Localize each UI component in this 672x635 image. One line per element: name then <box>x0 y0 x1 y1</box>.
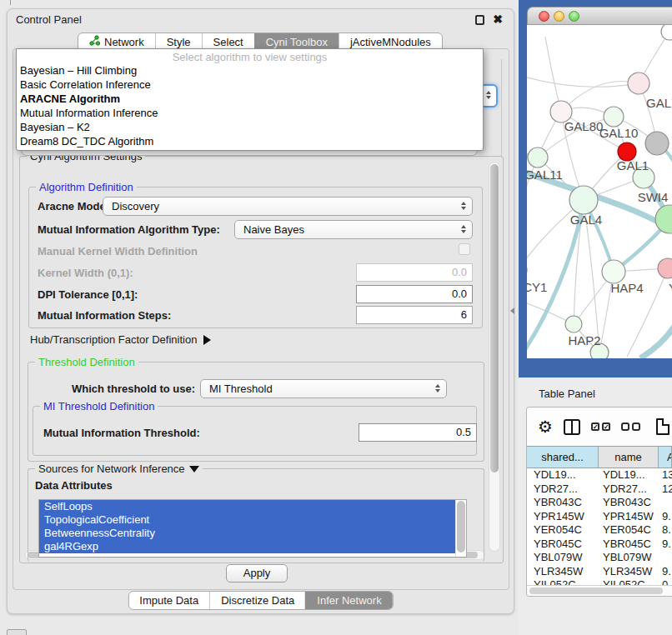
algorithm-dropdown-popup: Select algorithm to view settings Bayesi… <box>16 48 484 151</box>
network-node[interactable] <box>604 107 624 127</box>
network-view-window: GAL7GAL80GAL10GAL1GAL11SWI4GAL4GCY1HAP4Y… <box>527 7 672 371</box>
algorithm-popup-item[interactable]: Bayesian – K2 <box>17 120 483 134</box>
table-row[interactable]: YDR27...YDR27...12 <box>527 482 672 497</box>
network-node[interactable] <box>645 132 669 155</box>
network-node[interactable] <box>661 25 672 40</box>
column-header-name[interactable]: name <box>599 447 659 468</box>
network-node[interactable] <box>565 316 582 332</box>
table-header-row: shared... name A <box>527 446 672 468</box>
control-panel-window: Control Panel ✖ gal-filtered.sif default… <box>7 8 514 614</box>
select-all-columns-icon[interactable]: ✓✓ <box>591 422 610 431</box>
mi-threshold-label: Mutual Information Threshold: <box>43 427 200 439</box>
minimize-traffic-light[interactable] <box>554 11 564 22</box>
network-node-label: GAL10 <box>599 126 639 140</box>
data-attribute-item[interactable]: gal4RGexp <box>39 540 466 553</box>
table-row[interactable]: YBR045CYBR045C9. <box>527 538 672 552</box>
table-row[interactable]: YBR043CYBR043C <box>527 496 672 510</box>
cyni-algorithm-settings-group: Cyni Algorithm Settings Algorithm Defini… <box>19 156 504 563</box>
algorithm-popup-items: Bayesian – Hill ClimbingBasic Correlatio… <box>17 63 483 148</box>
mi-threshold-group-title: MI Threshold Definition <box>40 400 158 412</box>
algorithm-popup-placeholder: Select algorithm to view settings <box>17 49 483 63</box>
export-table-icon[interactable] <box>656 418 669 435</box>
splitpane-handle-icon[interactable] <box>510 308 514 314</box>
network-edge[interactable] <box>640 322 672 358</box>
cyni-bottom-tabbar: Impute Data Discretize Data Infer Networ… <box>128 591 393 610</box>
list-scrollbar[interactable] <box>455 500 466 557</box>
network-node[interactable] <box>569 186 598 214</box>
window-edge-tick <box>10 0 11 5</box>
manual-kernel-checkbox[interactable] <box>459 243 470 255</box>
kernel-width-label: Kernel Width (0,1): <box>38 267 133 279</box>
network-node[interactable] <box>655 205 672 233</box>
network-node-label: GAL4 <box>570 212 602 227</box>
network-node-label: GAL7 <box>646 96 672 110</box>
hidden-group-border <box>501 59 502 158</box>
network-node-label: HAP2 <box>568 333 600 348</box>
hub-tf-definition-toggle[interactable]: Hub/Transcription Factor Definition <box>30 333 211 346</box>
algorithm-popup-item[interactable]: ARACNE Algorithm <box>17 92 483 106</box>
mi-threshold-field[interactable]: 0.5 <box>359 423 477 442</box>
close-icon[interactable]: ✖ <box>493 12 503 26</box>
dpi-tolerance-field[interactable]: 0.0 <box>356 285 473 303</box>
control-panel-title: Control Panel <box>16 13 82 26</box>
data-attributes-list[interactable]: SelfLoopsTopologicalCoefficientBetweenne… <box>38 499 467 558</box>
tab-discretize-data[interactable]: Discretize Data <box>209 592 305 609</box>
network-edge[interactable] <box>545 37 561 112</box>
mi-type-combo[interactable]: Naive Bayes <box>234 220 473 239</box>
collapse-down-icon <box>189 466 199 472</box>
which-threshold-label: Which threshold to use: <box>72 382 195 395</box>
algorithm-popup-item[interactable]: Mutual Information Inference <box>17 106 483 120</box>
settings-vertical-scrollbar[interactable] <box>489 162 500 552</box>
network-canvas[interactable]: GAL7GAL80GAL10GAL1GAL11SWI4GAL4GCY1HAP4Y… <box>527 25 672 358</box>
combo-arrows-icon <box>435 384 440 392</box>
table-row[interactable]: YBL079WYBL079W <box>527 551 672 565</box>
threshold-definition-group: Threshold Definition Which threshold to … <box>28 362 484 462</box>
gear-icon[interactable]: ⚙ <box>538 418 553 435</box>
network-node-label: SWI4 <box>638 190 669 204</box>
network-node[interactable] <box>658 258 672 278</box>
network-window-titlebar[interactable] <box>527 7 672 25</box>
aracne-mode-combo[interactable]: Discovery <box>103 197 473 216</box>
float-window-icon[interactable] <box>475 15 484 25</box>
table-rows: YDL19...YDL19...13YDR27...YDR27...12YBR0… <box>527 468 672 586</box>
algorithm-popup-item[interactable]: Bayesian – Hill Climbing <box>17 63 483 78</box>
data-attribute-item[interactable]: TopologicalCoefficient <box>39 513 466 527</box>
table-row[interactable]: YER054CYER054C8. <box>527 523 672 538</box>
node-table: ⚙ ✓✓ shared... name A YDL19...YDL19...13… <box>526 407 672 597</box>
data-attribute-item[interactable]: BetweennessCentrality <box>39 527 466 540</box>
table-row[interactable]: YDL19...YDL19...13 <box>527 468 672 482</box>
apply-button[interactable]: Apply <box>226 564 288 582</box>
column-header-partial[interactable]: A <box>659 447 672 468</box>
column-layout-icon[interactable] <box>564 419 580 435</box>
collapsed-panel-stub[interactable] <box>7 629 27 635</box>
network-node[interactable] <box>602 260 625 283</box>
table-row[interactable]: YPR145WYPR145W9. <box>527 510 672 524</box>
which-threshold-combo[interactable]: MI Threshold <box>200 379 447 398</box>
mi-type-label: Mutual Information Algorithm Type: <box>38 223 220 236</box>
network-node-label: GAL11 <box>527 168 563 182</box>
table-panel-title: Table Panel <box>539 388 595 400</box>
tab-infer-network[interactable]: Infer Network <box>305 592 392 609</box>
deselect-all-columns-icon[interactable] <box>621 422 640 431</box>
close-traffic-light[interactable] <box>539 11 549 22</box>
table-toolbar: ⚙ ✓✓ <box>527 408 672 446</box>
mi-steps-field[interactable]: 6 <box>356 306 473 324</box>
network-node[interactable] <box>528 148 548 168</box>
tab-impute-data[interactable]: Impute Data <box>128 592 209 609</box>
aracne-mode-label: Aracne Mode: <box>38 200 109 212</box>
algorithm-popup-item[interactable]: Basic Correlation Inference <box>17 78 483 92</box>
table-horizontal-scrollbar[interactable] <box>527 585 672 596</box>
threshold-definition-title: Threshold Definition <box>35 356 138 368</box>
network-node[interactable] <box>628 72 649 94</box>
column-header-shared[interactable]: shared... <box>527 447 599 468</box>
kernel-width-field[interactable]: 0.0 <box>356 263 473 282</box>
algorithm-popup-item[interactable]: Dream8 DC_TDC Algorithm <box>17 134 483 148</box>
network-node-label: GCY1 <box>527 280 547 294</box>
table-row[interactable]: YLR345WYLR345W9. <box>527 565 672 579</box>
sources-group-title[interactable]: Sources for Network Inference <box>35 462 203 475</box>
data-attribute-item[interactable]: SelfLoops <box>39 500 466 513</box>
table-panel: Table Panel ⚙ ✓✓ shared... name A YDL19.… <box>519 378 672 635</box>
zoom-traffic-light[interactable] <box>569 11 579 22</box>
algorithm-definition-group: Algorithm Definition Aracne Mode: Discov… <box>28 187 483 328</box>
mi-threshold-group: MI Threshold Definition Mutual Informati… <box>33 406 477 456</box>
